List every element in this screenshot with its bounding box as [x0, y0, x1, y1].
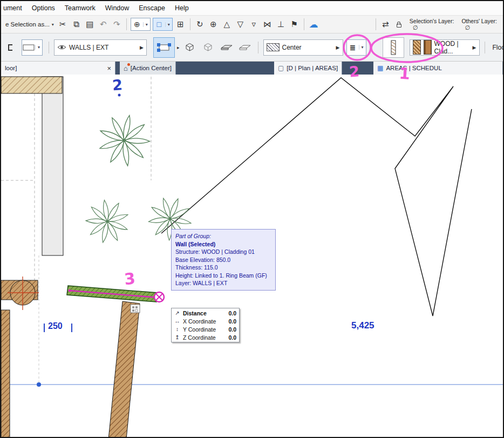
tracker-label: Y Coordinate [183, 326, 216, 333]
marquee-combo[interactable]: □ ▾ [153, 18, 173, 31]
chevron-right-icon[interactable]: ▸ [177, 45, 180, 50]
tab-action-center[interactable]: ⌂ [Action Center] [120, 62, 176, 75]
redo-button[interactable]: ↷ [110, 18, 124, 31]
empty-set-icon[interactable]: ∅ [410, 24, 418, 31]
tab-areas-schedule[interactable]: ▦ AREAS | SCHEDUL [373, 62, 503, 75]
dimension-text-250[interactable]: 250 [48, 321, 63, 331]
tab-plan-areas[interactable]: ▢ [D | Plan | AREAS] [274, 62, 342, 75]
line-type-combo[interactable]: ≣ ▾ [346, 39, 366, 56]
selected-wall[interactable] [67, 286, 164, 313]
menu-window[interactable]: Window [100, 3, 134, 14]
standard-toolbar: e Selection as... ▾ ✂ ⧉ ▤ ↶ ↷ ⊕ ▾ □ ▾ ⊞ … [1, 15, 503, 33]
rect-handles-icon [156, 43, 172, 52]
undo-button[interactable]: ↶ [97, 18, 110, 31]
tracker-value[interactable]: 0.0 [228, 334, 236, 341]
menu-teamwork[interactable]: Teamwork [60, 3, 100, 14]
paste-button[interactable]: ▤ [83, 18, 97, 31]
selections-layer-block: Selection's Layer: ∅ [410, 18, 454, 31]
close-icon[interactable]: × [93, 64, 111, 72]
snap-point[interactable] [37, 382, 41, 387]
rotate-button[interactable]: ↻ [193, 18, 207, 31]
chevron-down-icon[interactable]: ▾ [143, 22, 150, 27]
triangle-down-icon: ▽ [237, 19, 244, 29]
wall-section-button[interactable] [383, 37, 404, 58]
plant-symbols[interactable] [83, 110, 198, 246]
copy-button[interactable]: ⧉ [70, 18, 83, 31]
bowtie-icon: ⋈ [263, 19, 271, 29]
plan-canvas[interactable]: Part of Group: Wall (Selected) Structure… [1, 75, 503, 438]
info-box-toolbar: ▾ WALLS | EXT ▶ ▸ Center ▶ ≣ ▾ [1, 33, 503, 62]
walls-bottom-left[interactable] [1, 277, 140, 438]
level-up-button[interactable]: △ [220, 18, 234, 31]
toolbar-separator [190, 18, 190, 30]
cube-view-button[interactable] [182, 38, 198, 57]
chevron-down-icon[interactable]: ▾ [359, 45, 366, 50]
geometry-method-button[interactable] [153, 37, 175, 58]
tab-action-center-label: [Action Center] [131, 65, 172, 71]
toolbar-separator [258, 42, 258, 53]
wall-start-node[interactable] [69, 289, 71, 292]
elevation-button[interactable]: ▿ [247, 18, 261, 31]
tab-floor-label: loor] [5, 65, 17, 71]
wall-top-left[interactable] [1, 77, 63, 255]
section-marker-button[interactable]: ⋈ [261, 18, 274, 31]
cut-button[interactable]: ✂ [56, 18, 70, 31]
composite-value: WOOD | Clad... [434, 40, 468, 55]
notification-dot [127, 63, 130, 66]
tracker-row-distance[interactable]: ↗ Distance 0.0 [172, 309, 239, 317]
tooltip-title: Wall (Selected) [175, 240, 271, 248]
chevron-down-icon[interactable]: ▾ [35, 45, 42, 50]
window-icon: ▢ [278, 64, 284, 72]
save-selection-dropdown[interactable]: e Selection as... ▾ [3, 18, 56, 31]
plant-symbol[interactable] [83, 197, 132, 245]
composite-dropdown[interactable]: WOOD | Clad... ▶ [410, 39, 480, 56]
snap-guide-line [1, 382, 503, 387]
tracker-value[interactable]: 0.0 [228, 318, 236, 325]
paste-icon: ▤ [86, 19, 93, 29]
tracker-row-x[interactable]: ↔ X Coordinate 0.0 [172, 317, 239, 325]
tracker-value[interactable]: 0.0 [228, 310, 236, 316]
menu-enscape[interactable]: Enscape [134, 3, 170, 14]
favorites-button[interactable]: ⊞ [174, 18, 187, 31]
reference-line-dropdown[interactable]: Center ▶ [263, 39, 343, 56]
floorplan-display-dropdown[interactable]: Floor Plan and [490, 43, 503, 52]
level-down-button[interactable]: ▽ [234, 18, 247, 31]
cloud-sync-button[interactable]: ☁ [307, 18, 321, 31]
lock-button[interactable] [392, 18, 406, 31]
tracker-row-z[interactable]: ↥ Z Coordinate 0.0 [172, 333, 239, 341]
floorplan-value: Floor Plan and [493, 44, 503, 51]
x-axis-icon: ↔ [174, 318, 180, 324]
layer-switch-button[interactable]: ⇄ [379, 18, 392, 31]
angled-wall[interactable] [108, 301, 140, 438]
tooltip-layer: Layer: WALLS | EXT [175, 279, 271, 287]
copy-icon: ⧉ [73, 19, 79, 29]
tab-floor[interactable]: loor] × [1, 62, 115, 75]
menu-help[interactable]: Help [170, 3, 194, 14]
wall-default-combo[interactable]: ▾ [22, 39, 43, 56]
origin-button[interactable]: ⊕ [207, 18, 220, 31]
clipped-tool-button[interactable] [2, 38, 18, 57]
cube-view-button-2[interactable] [200, 38, 216, 57]
wall-end-marker[interactable] [154, 292, 164, 302]
coordinate-combo[interactable]: ⊕ ▾ [131, 18, 151, 31]
tracker-row-y[interactable]: ↕ Y Coordinate 0.0 [172, 325, 239, 333]
menu-bar: ument Options Teamwork Window Enscape He… [1, 1, 503, 15]
slab-icon [220, 43, 233, 52]
home-icon: ⌂ [124, 64, 128, 72]
tracker-value[interactable]: 0.0 [228, 326, 236, 333]
dimension-text-5425[interactable]: 5,425 [351, 320, 374, 331]
empty-set-icon[interactable]: ∅ [461, 24, 470, 31]
plant-symbol[interactable] [94, 110, 155, 170]
slab-option-button-2[interactable] [237, 38, 253, 57]
menu-options[interactable]: Options [27, 3, 60, 14]
undo-icon: ↶ [100, 19, 107, 29]
wall-layer-dropdown[interactable]: WALLS | EXT ▶ [54, 39, 147, 56]
flag-button[interactable]: ⚑ [288, 18, 301, 31]
chevron-down-icon[interactable]: ▾ [165, 22, 172, 27]
pet-palette-icon[interactable] [131, 305, 140, 313]
perpendicular-button[interactable]: ⊥ [274, 18, 288, 31]
wall-layer-value: WALLS | EXT [69, 44, 108, 51]
menu-document[interactable]: ument [2, 3, 27, 14]
slab-option-button[interactable] [219, 38, 235, 57]
coordinate-tracker: ↗ Distance 0.0 ↔ X Coordinate 0.0 ↕ Y Co… [171, 308, 240, 342]
